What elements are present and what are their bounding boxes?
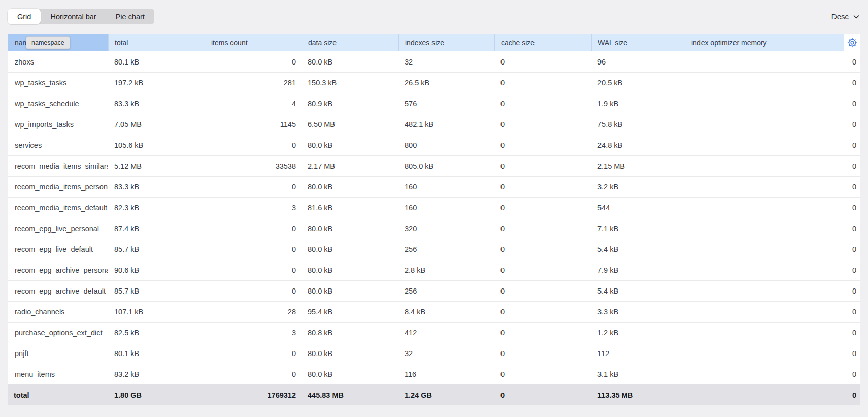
cell-wal-size: 112 <box>591 343 685 364</box>
cell-total: 105.6 kB <box>108 135 205 155</box>
cell-wal-size: 7.9 kB <box>591 260 685 280</box>
table-row[interactable]: purchase_options_ext_dict 82.5 kB 3 80.8… <box>8 322 860 343</box>
cell-total: 1.80 GB <box>108 384 205 405</box>
cell-index-optimizer-memory: 0 <box>685 384 860 405</box>
cell-wal-size: 1.9 kB <box>591 93 685 114</box>
cell-index-optimizer-memory: 0 <box>685 218 860 239</box>
cell-cache-size: 0 <box>494 218 591 239</box>
cell-cache-size: 0 <box>494 93 591 114</box>
table-row[interactable]: radio_channels 107.1 kB 28 95.4 kB 8.4 k… <box>8 301 860 322</box>
cell-cache-size: 0 <box>494 384 591 405</box>
column-header-name[interactable]: name namespace <box>8 34 108 51</box>
cell-data-size: 80.0 kB <box>302 364 398 384</box>
table-row[interactable]: menu_items 83.2 kB 0 80.0 kB 116 0 3.1 k… <box>8 364 860 384</box>
cell-wal-size: 1.2 kB <box>591 323 685 343</box>
table-row[interactable]: recom_media_items_personal 83.3 kB 0 80.… <box>8 176 860 197</box>
cell-cache-size: 0 <box>494 364 591 384</box>
cell-name: recom_media_items_personal <box>8 177 108 197</box>
cell-cache-size: 0 <box>494 302 591 322</box>
cell-data-size: 80.0 kB <box>302 260 398 280</box>
cell-items-count: 0 <box>205 343 302 364</box>
cell-data-size: 80.0 kB <box>302 51 398 72</box>
cell-index-optimizer-memory: 0 <box>685 343 860 364</box>
tab-grid[interactable]: Grid <box>8 9 41 24</box>
cell-name: menu_items <box>8 364 108 384</box>
cell-wal-size: 3.1 kB <box>591 364 685 384</box>
cell-wal-size: 3.3 kB <box>591 302 685 322</box>
cell-total: 197.2 kB <box>108 73 205 93</box>
cell-wal-size: 3.2 kB <box>591 177 685 197</box>
cell-items-count: 0 <box>205 135 302 155</box>
cell-items-count: 1769312 <box>205 384 302 405</box>
toolbar: Grid Horizontal bar Pie chart Desc <box>8 9 860 24</box>
table-row[interactable]: recom_media_items_similars 5.12 MB 33538… <box>8 155 860 176</box>
cell-items-count: 0 <box>205 239 302 260</box>
tab-horizontal-bar[interactable]: Horizontal bar <box>41 9 106 24</box>
cell-items-count: 3 <box>205 198 302 218</box>
column-header-total[interactable]: total <box>108 34 205 51</box>
column-header-data-size[interactable]: data size <box>302 34 398 51</box>
gear-icon <box>847 37 858 48</box>
table-row[interactable]: wp_imports_tasks 7.05 MB 1145 6.50 MB 48… <box>8 114 860 135</box>
table-row[interactable]: wp_tasks_tasks 197.2 kB 281 150.3 kB 26.… <box>8 72 860 93</box>
table-row[interactable]: wp_tasks_schedule 83.3 kB 4 80.9 kB 576 … <box>8 93 860 114</box>
namespaces-table: name namespace total items count data si… <box>8 34 860 405</box>
cell-total: 82.5 kB <box>108 323 205 343</box>
cell-name: recom_epg_archive_personal <box>8 260 108 280</box>
cell-indexes-size: 32 <box>398 51 494 72</box>
cell-wal-size: 113.35 MB <box>591 384 685 405</box>
cell-total: 107.1 kB <box>108 302 205 322</box>
column-settings-button[interactable] <box>844 34 860 51</box>
table-row[interactable]: services 105.6 kB 0 80.0 kB 800 0 24.8 k… <box>8 135 860 155</box>
cell-wal-size: 544 <box>591 198 685 218</box>
column-header-cache-size[interactable]: cache size <box>494 34 591 51</box>
table-row[interactable]: recom_media_items_default 82.3 kB 3 81.6… <box>8 197 860 218</box>
column-header-wal-size[interactable]: WAL size <box>591 34 685 51</box>
cell-total: 82.3 kB <box>108 198 205 218</box>
cell-data-size: 80.0 kB <box>302 177 398 197</box>
cell-data-size: 150.3 kB <box>302 73 398 93</box>
column-header-indexes-size[interactable]: indexes size <box>398 34 494 51</box>
cell-items-count: 0 <box>205 260 302 280</box>
cell-total: 83.3 kB <box>108 177 205 197</box>
cell-index-optimizer-memory: 0 <box>685 156 860 176</box>
cell-cache-size: 0 <box>494 177 591 197</box>
cell-index-optimizer-memory: 0 <box>685 51 860 72</box>
cell-items-count: 28 <box>205 302 302 322</box>
cell-index-optimizer-memory: 0 <box>685 239 860 260</box>
tab-pie-chart[interactable]: Pie chart <box>106 9 154 24</box>
table-row[interactable]: recom_epg_archive_default 85.7 kB 0 80.0… <box>8 280 860 301</box>
table-row[interactable]: recom_epg_archive_personal 90.6 kB 0 80.… <box>8 260 860 280</box>
cell-data-size: 80.8 kB <box>302 323 398 343</box>
cell-data-size: 80.0 kB <box>302 218 398 239</box>
table-row[interactable]: zhoxs 80.1 kB 0 80.0 kB 32 0 96 0 <box>8 51 860 72</box>
cell-index-optimizer-memory: 0 <box>685 260 860 280</box>
cell-cache-size: 0 <box>494 135 591 155</box>
cell-total: 83.3 kB <box>108 93 205 114</box>
table-row[interactable]: pnjft 80.1 kB 0 80.0 kB 32 0 112 0 <box>8 343 860 364</box>
cell-index-optimizer-memory: 0 <box>685 135 860 155</box>
column-header-items-count[interactable]: items count <box>205 34 302 51</box>
cell-total: 5.12 MB <box>108 156 205 176</box>
cell-name: zhoxs <box>8 51 108 72</box>
table-row[interactable]: recom_epg_live_personal 87.4 kB 0 80.0 k… <box>8 218 860 239</box>
cell-total: 83.2 kB <box>108 364 205 384</box>
cell-wal-size: 96 <box>591 51 685 72</box>
cell-indexes-size: 26.5 kB <box>398 73 494 93</box>
cell-cache-size: 0 <box>494 114 591 135</box>
cell-data-size: 6.50 MB <box>302 114 398 135</box>
sort-order-dropdown[interactable]: Desc <box>831 12 860 21</box>
cell-indexes-size: 482.1 kB <box>398 114 494 135</box>
cell-index-optimizer-memory: 0 <box>685 281 860 301</box>
cell-indexes-size: 116 <box>398 364 494 384</box>
cell-cache-size: 0 <box>494 51 591 72</box>
cell-wal-size: 2.15 MB <box>591 156 685 176</box>
cell-items-count: 281 <box>205 73 302 93</box>
cell-data-size: 80.0 kB <box>302 281 398 301</box>
cell-wal-size: 75.8 kB <box>591 114 685 135</box>
view-tabs: Grid Horizontal bar Pie chart <box>8 9 154 24</box>
table-row[interactable]: recom_epg_live_default 85.7 kB 0 80.0 kB… <box>8 239 860 260</box>
cell-items-count: 0 <box>205 218 302 239</box>
column-header-index-optimizer-memory[interactable]: index optimizer memory <box>685 34 844 51</box>
cell-index-optimizer-memory: 0 <box>685 302 860 322</box>
